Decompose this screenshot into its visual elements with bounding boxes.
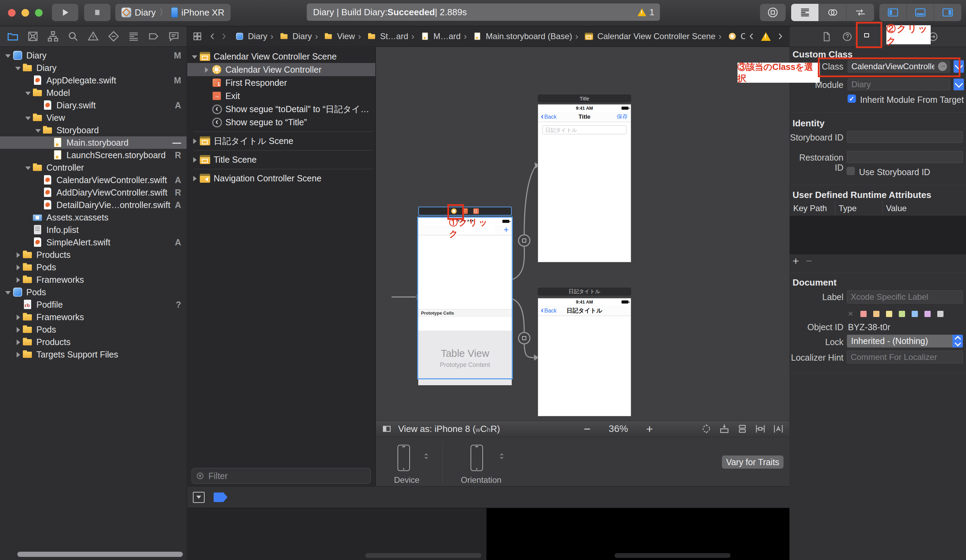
outline-row[interactable] — [187, 129, 375, 134]
file-inspector-tab[interactable] — [821, 31, 832, 42]
disclosure-triangle[interactable] — [191, 50, 200, 62]
source-control-navigator-tab[interactable] — [27, 30, 39, 43]
file-row[interactable]: Diary — [0, 62, 187, 74]
disclosure-triangle[interactable] — [34, 174, 43, 186]
breadcrumb-item[interactable]: M…ard — [408, 31, 460, 42]
lock-dropdown[interactable]: Inherited - (Nothing) — [847, 335, 963, 348]
disclosure-triangle[interactable] — [34, 124, 43, 136]
minimize-window-button[interactable] — [21, 9, 29, 16]
breadcrumb-item[interactable]: Diary — [234, 31, 267, 41]
project-navigator-tab[interactable] — [7, 30, 19, 43]
zoom-window-button[interactable] — [35, 9, 43, 16]
col-value[interactable]: Value — [882, 201, 966, 216]
file-row[interactable]: Pods — [0, 261, 187, 273]
segue-badge-top[interactable] — [518, 234, 531, 247]
outline-row[interactable] — [187, 148, 375, 153]
toggle-debug-area-button[interactable] — [907, 4, 934, 21]
disclosure-triangle[interactable] — [14, 273, 23, 286]
breadcrumb-item[interactable]: St…ard — [355, 31, 408, 42]
disclosure-triangle[interactable] — [14, 323, 23, 336]
hide-debug-area-button[interactable] — [193, 492, 205, 503]
segue-badge-bottom[interactable] — [518, 332, 531, 344]
go-forward-button[interactable] — [219, 32, 228, 41]
outline-toggle-button[interactable] — [381, 424, 392, 434]
disclosure-triangle[interactable] — [202, 77, 212, 89]
update-frames-button[interactable] — [701, 423, 712, 434]
quick-help-inspector-tab[interactable] — [842, 31, 853, 42]
file-row[interactable]: SimpleAlert.swift A — [0, 236, 187, 248]
outline-row[interactable]: Navigation Controller Scene — [187, 172, 375, 185]
disclosure-triangle[interactable] — [202, 90, 212, 102]
diary-title-text-field[interactable] — [542, 125, 627, 134]
disclosure-triangle[interactable] — [14, 336, 23, 348]
related-items-button[interactable] — [192, 31, 202, 41]
title-view-controller-canvas[interactable]: 9:41 AM Back Title 保存 — [538, 104, 631, 262]
disclosure-triangle[interactable] — [24, 211, 33, 223]
outline-row[interactable]: Title Scene — [187, 153, 375, 166]
warning-count[interactable]: 1 — [649, 7, 654, 18]
previous-issue-button[interactable] — [747, 32, 756, 41]
disclosure-triangle[interactable] — [191, 153, 200, 166]
disclosure-triangle[interactable] — [24, 87, 33, 99]
disclosure-triangle[interactable] — [14, 261, 23, 273]
add-constraints-button[interactable] — [755, 423, 766, 434]
file-row[interactable]: AppDelegate.swift M — [0, 74, 187, 87]
find-navigator-tab[interactable] — [67, 30, 79, 43]
debug-variables-pane[interactable] — [187, 508, 486, 560]
swatch-green[interactable] — [899, 311, 905, 317]
diary-title-input[interactable] — [542, 127, 626, 133]
calendar-view-controller-canvas[interactable]: 9:41 AM + Prototype Cells Table View Pro… — [418, 218, 512, 378]
navigator-horizontal-scrollbar[interactable] — [17, 552, 183, 557]
outline-row[interactable] — [187, 166, 375, 172]
disclosure-triangle[interactable] — [34, 99, 43, 112]
close-window-button[interactable] — [8, 9, 16, 16]
remove-attribute-button[interactable]: − — [806, 255, 812, 268]
file-row[interactable]: Products — [0, 336, 187, 348]
file-row[interactable]: View — [0, 112, 187, 124]
swatch-orange[interactable] — [873, 311, 879, 317]
run-button[interactable] — [52, 4, 78, 21]
orientation-stepper[interactable] — [497, 452, 506, 461]
filter-input[interactable] — [208, 471, 366, 481]
swatch-red[interactable] — [861, 311, 867, 317]
breakpoints-toggle-button[interactable] — [214, 493, 227, 502]
test-navigator-tab[interactable] — [107, 30, 120, 43]
standard-editor-button[interactable] — [791, 4, 819, 21]
symbol-navigator-tab[interactable] — [47, 30, 59, 43]
disclosure-triangle[interactable] — [14, 348, 23, 361]
restoration-id-input[interactable] — [847, 152, 963, 162]
disclosure-triangle[interactable] — [4, 286, 13, 298]
swatch-yellow[interactable] — [886, 311, 892, 317]
outline-row[interactable]: Show segue to “Title” — [187, 116, 375, 129]
file-row[interactable]: Diary.swift A — [0, 99, 187, 112]
exit-dock-icon[interactable] — [473, 209, 479, 214]
debug-right-scrollbar[interactable] — [614, 553, 731, 558]
swatch-blue[interactable] — [912, 311, 918, 317]
file-row[interactable]: DetailDairyVie…ontroller.swift A — [0, 199, 187, 211]
warning-icon[interactable] — [637, 8, 646, 16]
zoom-level[interactable]: 36% — [609, 423, 628, 434]
disclosure-triangle[interactable] — [34, 186, 43, 199]
file-row[interactable]: Storyboard — [0, 124, 187, 136]
udra-table-body[interactable] — [790, 216, 966, 255]
disclosure-triangle[interactable] — [24, 161, 33, 174]
issue-warning-icon[interactable] — [761, 32, 771, 41]
disclosure-triangle[interactable] — [14, 248, 23, 261]
view-as-button[interactable]: View as: iPhone 8 (wC hR) — [398, 424, 500, 434]
disclosure-triangle[interactable] — [24, 223, 33, 236]
diary-scene-label[interactable]: 日記タイトル — [538, 287, 631, 296]
disclosure-triangle[interactable] — [14, 311, 23, 323]
toggle-navigator-button[interactable] — [879, 4, 907, 21]
col-type[interactable]: Type — [835, 201, 882, 216]
disclosure-triangle[interactable] — [191, 135, 200, 147]
scheme-selector[interactable]: Diary 〉 iPhone XR — [115, 4, 231, 21]
next-issue-button[interactable] — [775, 32, 785, 41]
outline-row[interactable]: Calendar View Controller — [187, 63, 375, 76]
disclosure-triangle[interactable] — [202, 103, 212, 115]
save-bar-button[interactable]: 保存 — [617, 113, 628, 120]
add-attribute-button[interactable]: + — [792, 255, 799, 268]
disclosure-triangle[interactable] — [34, 199, 43, 211]
breadcrumb-item[interactable]: Calendar View Controller Scene — [572, 31, 715, 42]
clear-color-button[interactable]: × — [848, 309, 853, 319]
file-row[interactable]: LaunchScreen.storyboard R — [0, 149, 187, 161]
